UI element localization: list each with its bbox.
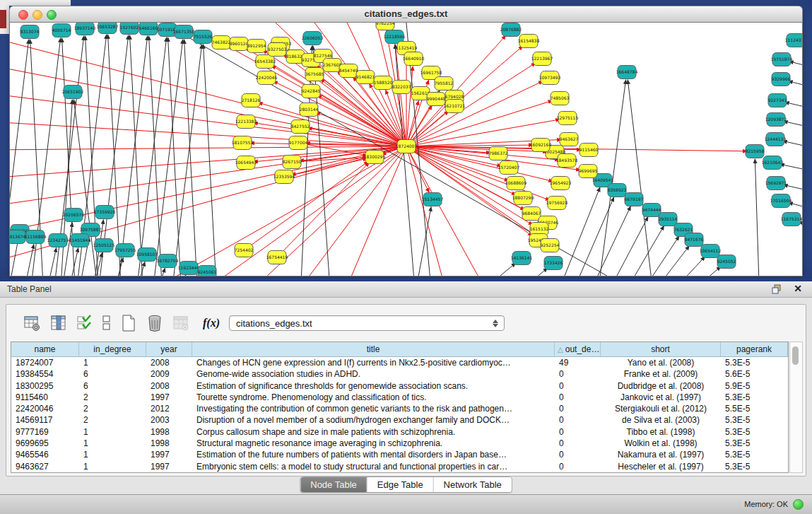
graph-node[interactable]: 8267150 xyxy=(283,156,302,169)
table-row[interactable]: 1456911722003Disruption of a novel membe… xyxy=(11,414,788,426)
graph-node[interactable]: 12213383 xyxy=(235,115,257,129)
graph-node[interactable]: 22420046 xyxy=(256,71,278,85)
graph-node[interactable]: 8454749 xyxy=(339,64,358,78)
table-row[interactable]: 1872400712008Changes of HCN gene express… xyxy=(11,357,788,368)
column-header-year[interactable]: year xyxy=(146,342,192,356)
graph-node[interactable]: 18493578 xyxy=(556,154,578,168)
graph-node[interactable]: 2803144 xyxy=(300,103,319,117)
graph-node[interactable]: 9684067 xyxy=(522,207,541,221)
graph-node[interactable]: 18937140 xyxy=(74,23,96,35)
graph-node[interactable]: 7485063 xyxy=(551,92,570,105)
graph-node[interactable]: 20651902 xyxy=(62,86,84,99)
column-header-short[interactable]: short xyxy=(601,342,721,356)
delete-table-icon[interactable] xyxy=(170,313,192,334)
graph-node[interactable]: 10653287 xyxy=(97,23,119,34)
graph-node[interactable]: 16640910 xyxy=(403,52,425,66)
graph-node[interactable]: 16648784 xyxy=(616,66,638,79)
graph-node[interactable]: 17359928 xyxy=(94,206,116,219)
graph-node[interactable]: 16543382 xyxy=(254,55,276,69)
graph-node[interactable]: 19756928 xyxy=(546,197,568,210)
graph-node[interactable]: 1588520 xyxy=(374,76,393,90)
graph-node[interactable]: 7955812 xyxy=(435,77,454,90)
column-header-in_degree[interactable]: in_degree xyxy=(79,342,146,356)
graph-node[interactable]: 9245061 xyxy=(198,266,217,276)
column-header-name[interactable]: name xyxy=(11,342,79,356)
graph-node[interactable]: 18724007 xyxy=(396,140,418,153)
graph-node[interactable]: 11451944 xyxy=(69,234,91,247)
graph-node[interactable]: 9327503 xyxy=(268,43,287,57)
select-rows-icon[interactable] xyxy=(74,313,95,334)
graph-node[interactable]: 9245052 xyxy=(717,255,736,269)
column-header-pagerank[interactable]: pagerank xyxy=(721,342,788,356)
close-panel-icon[interactable]: ✕ xyxy=(794,283,802,294)
table-row[interactable]: 2242004622012Investigating the contribut… xyxy=(11,403,788,414)
graph-node[interactable]: 16210643 xyxy=(762,156,784,170)
graph-node[interactable]: 15692971 xyxy=(765,177,787,190)
table-options-icon[interactable] xyxy=(22,313,43,334)
graph-node[interactable]: 7463822 xyxy=(212,36,231,49)
graph-node[interactable]: 20876882 xyxy=(500,23,522,37)
graph-node[interactable]: 8215958 xyxy=(746,145,765,158)
graph-node[interactable]: 1733426 xyxy=(544,257,563,270)
graph-node[interactable]: 9227341 xyxy=(768,94,787,107)
graph-node[interactable]: 11156889 xyxy=(25,230,47,244)
graph-node[interactable]: 18300295 xyxy=(364,151,386,164)
graph-node[interactable]: 16154838 xyxy=(518,35,540,48)
graph-node[interactable]: 8358923 xyxy=(608,184,627,197)
table-selector-combo[interactable]: citations_edges.txt xyxy=(229,315,505,331)
tab-network-table[interactable]: Network Table xyxy=(434,477,512,492)
show-columns-icon[interactable] xyxy=(48,313,69,334)
graph-node[interactable]: 16671358 xyxy=(173,25,195,39)
graph-node[interactable]: 2718126 xyxy=(242,94,261,107)
graph-node[interactable]: 9252254 xyxy=(541,239,560,252)
row-mode-icon[interactable] xyxy=(100,313,113,334)
tab-edge-table[interactable]: Edge Table xyxy=(367,477,434,492)
graph-node[interactable]: 9146821 xyxy=(356,71,375,84)
graph-node[interactable]: 2935114 xyxy=(659,213,678,226)
table-row[interactable]: 1830029562008Estimation of significance … xyxy=(11,380,788,392)
graph-node[interactable]: 10654943 xyxy=(235,156,257,170)
table-row[interactable]: 911546021997Tourette syndrome. Phenomeno… xyxy=(11,392,788,403)
graph-node[interactable]: 22606053 xyxy=(302,32,324,45)
network-canvas[interactable]: 8313074405571418937140106532871527602646… xyxy=(9,23,803,276)
graph-node[interactable]: 9474444 xyxy=(642,204,661,217)
graph-node[interactable]: 11675314 xyxy=(781,213,802,226)
graph-node[interactable]: 10688609 xyxy=(505,177,527,190)
graph-node[interactable]: 10654112 xyxy=(700,245,722,258)
graph-node[interactable]: 8912954 xyxy=(247,40,266,53)
graph-node[interactable]: 12505125 xyxy=(93,239,115,252)
graph-node[interactable]: 9115460 xyxy=(579,144,599,157)
graph-node[interactable]: 7986372 xyxy=(489,147,508,160)
graph-node[interactable]: 6466160 xyxy=(139,23,158,35)
graph-node[interactable]: 16782759 xyxy=(157,255,179,268)
graph-node[interactable]: 18807299 xyxy=(512,192,534,205)
graph-node[interactable]: 16210721 xyxy=(444,100,466,113)
graph-node[interactable]: 3913674 xyxy=(10,230,26,244)
graph-node[interactable]: 15134457 xyxy=(422,193,444,206)
new-column-icon[interactable] xyxy=(118,313,139,334)
graph-node[interactable]: 15720407 xyxy=(498,161,520,175)
graph-node[interactable]: 9242845 xyxy=(302,85,321,98)
graph-node[interactable]: 8313074 xyxy=(20,25,40,39)
graph-node[interactable]: 8960124 xyxy=(230,37,249,51)
graph-node[interactable]: 11124378 xyxy=(785,34,802,47)
function-builder-icon[interactable]: f(x) xyxy=(201,313,222,334)
graph-node[interactable]: 14136141 xyxy=(511,252,533,265)
graph-node[interactable]: 20206576 xyxy=(63,209,85,222)
graph-node[interactable]: 10973493 xyxy=(539,71,561,85)
table-scrollbar[interactable] xyxy=(789,341,803,473)
graph-node[interactable]: 11923446 xyxy=(178,262,200,275)
graph-node[interactable]: 10958107 xyxy=(136,248,158,262)
graph-node[interactable]: 9762254 xyxy=(376,23,395,30)
table-scrollbar-thumb[interactable] xyxy=(792,346,799,365)
column-header-title[interactable]: title xyxy=(192,342,555,356)
float-panel-icon[interactable] xyxy=(772,284,782,294)
graph-node[interactable]: 8471676 xyxy=(685,233,704,247)
column-header-out_de[interactable]: △out_de… xyxy=(555,342,601,356)
graph-node[interactable]: 3675685 xyxy=(305,68,324,81)
graph-node[interactable]: 16092160 xyxy=(530,139,552,152)
graph-node[interactable]: 8427552 xyxy=(291,120,310,134)
graph-node[interactable]: 18107553 xyxy=(232,136,254,150)
network-window-titlebar[interactable]: citations_edges.txt xyxy=(9,6,803,23)
graph-node[interactable]: 19654923 xyxy=(550,177,572,190)
